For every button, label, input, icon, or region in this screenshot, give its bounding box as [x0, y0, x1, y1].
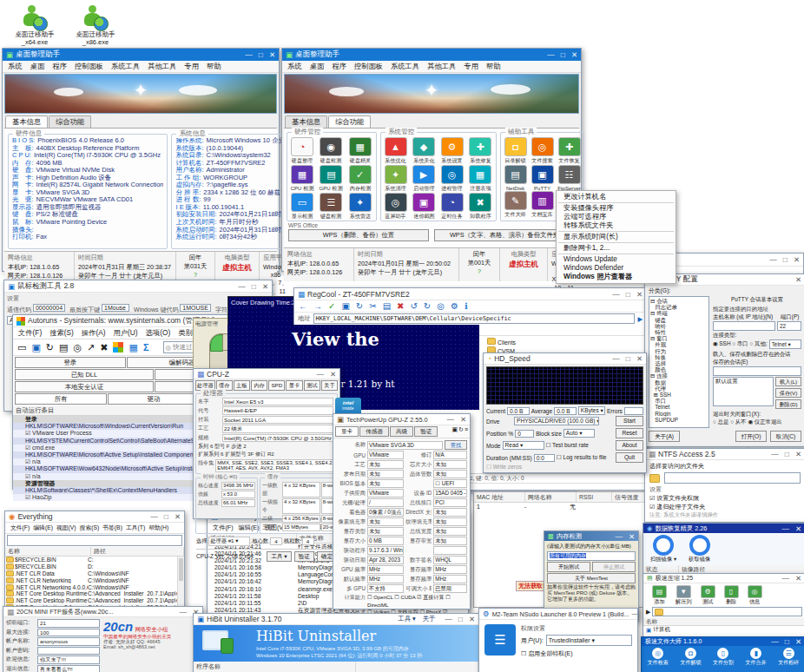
tool-tile[interactable]: ▣迷你截图 [411, 193, 438, 221]
tree-node[interactable]: 串口 [650, 398, 708, 404]
titlebar[interactable]: ▦ 内存检测 —✕ [544, 531, 638, 541]
wps-check-button[interactable]: WPS（删除、备份）位置 [288, 229, 429, 241]
zip-tool-button[interactable]: ▼ 解压到 [675, 585, 692, 606]
cpuz-tab[interactable]: 主板 [234, 380, 250, 391]
back-icon[interactable]: ← [299, 301, 307, 311]
refresh-icon[interactable]: ↻ [458, 426, 464, 437]
context-menu-item[interactable]: 云端可选程序 [557, 213, 675, 221]
computer-row[interactable]: ▣ 计算机 [643, 626, 804, 634]
close-button[interactable]: ✕ [794, 255, 800, 264]
titlebar[interactable]: ⚙ M2-Team NSudo Launcher 8.0 Preview 1 (… [479, 609, 637, 620]
tab-validate[interactable]: 验证 [414, 426, 438, 437]
minimize-button[interactable]: — [781, 574, 789, 583]
refresh-icon[interactable]: ↻ [46, 342, 54, 353]
tab-basic-info[interactable]: 基本信息 [285, 115, 327, 128]
menu-item[interactable]: 系统工具 [111, 62, 140, 71]
category-tab[interactable]: 登录 [15, 357, 126, 368]
refresh-icon[interactable]: ↻ [356, 301, 363, 311]
maximize-button[interactable]: □ [783, 255, 788, 264]
menu-item[interactable]: 搜索(S) [80, 524, 100, 532]
menu-item[interactable]: 其他工具 [148, 62, 176, 71]
close-button[interactable]: ✕ [636, 354, 643, 363]
privileges-checkbox[interactable]: ☐ 启用全部特权(E) [521, 649, 632, 658]
connection-type-radios[interactable]: ◉ SSH ○ 串口 ○ 其他: [713, 340, 768, 348]
menu-item[interactable]: 视图(V) [56, 524, 76, 532]
delete-icon[interactable]: ✖ [397, 301, 404, 311]
tool-tile[interactable]: ▲系统优化 [382, 137, 409, 165]
address-input[interactable]: HKEY_LOCAL_MACHINE\SOFTWARE\OEM\Cellular… [313, 313, 636, 324]
menu-item[interactable]: 控制面板 [354, 62, 383, 71]
menu-item[interactable]: 操作(A) [82, 328, 106, 338]
folder-icon[interactable] [649, 474, 660, 483]
position-input[interactable]: 0 [515, 430, 534, 438]
titlebar[interactable]: ▦ RegCool - ZT-450FFM7VSRE2 —□✕ [294, 288, 646, 300]
column-rssi[interactable]: RSSI [577, 492, 612, 502]
minimize-button[interactable]: — [771, 450, 779, 458]
tree-node[interactable]: 颜色 [650, 366, 708, 372]
tool-tile[interactable]: ▭显示检测 [288, 193, 316, 221]
menu-item[interactable]: 专用 [464, 62, 478, 71]
menu-item[interactable]: 桌面 [30, 62, 45, 71]
tool-tile[interactable]: ✚系统修复 [467, 137, 494, 165]
tree-node[interactable]: 代理 [650, 385, 708, 392]
column-program-name[interactable]: 程序名称 [194, 662, 356, 672]
context-menu-item[interactable] [558, 254, 674, 254]
stop-test-button[interactable]: 停止测试 [592, 562, 636, 572]
lookup-button[interactable]: 查找 [445, 440, 467, 450]
close-button[interactable]: ✕ [175, 512, 181, 521]
file-row[interactable]: .NET Core Desktop Runtime 3.1 x64 C:\Adv… [5, 590, 184, 597]
context-menu-item[interactable]: Windows 照片查看器 [557, 273, 675, 281]
close-button[interactable]: ✕ [795, 637, 801, 646]
tool-tile[interactable]: ⚙系统设置 [438, 137, 465, 165]
log-checkbox[interactable]: ☐ Log results to file [557, 454, 607, 461]
close-button[interactable]: ✕ [795, 450, 801, 458]
cpuz-tab[interactable]: 测试 [304, 380, 320, 391]
menu-item[interactable]: 桌面 [310, 62, 325, 71]
start-button[interactable]: Start [616, 416, 643, 426]
desktop-icon-x86[interactable]: 桌面迁移助手_x86.exe [73, 5, 118, 46]
menu-item[interactable]: 系统 [287, 62, 302, 71]
close-button[interactable]: ✕ [629, 532, 635, 541]
tree-node[interactable]: 特性 [650, 329, 708, 335]
cpuz-tab[interactable]: 内存 [251, 380, 267, 391]
minimize-button[interactable]: — [769, 255, 777, 264]
tool-tile[interactable]: ◉硬盘检测 [317, 137, 345, 165]
search-icon[interactable]: ◎ [73, 342, 82, 353]
menu-item[interactable]: 帮助(H) [148, 524, 168, 532]
folder-path-input[interactable] [664, 472, 801, 484]
cpuz-tab[interactable]: SPD [268, 380, 285, 391]
tool-tile[interactable]: ▶启动管理 [411, 165, 438, 193]
quit-button[interactable]: Quit [616, 452, 643, 463]
tool-tile[interactable]: ☷FtpServer [556, 165, 583, 191]
mode-select[interactable]: Read ▾ [503, 441, 544, 450]
titlebar[interactable]: ▣ 鼠标检测工具 2.8 —□✕ [4, 280, 272, 293]
redo-icon[interactable]: ↻ [424, 301, 431, 311]
tree-node[interactable]: ⊟ 窗口 [650, 335, 708, 341]
tab-advanced[interactable]: 高级 [390, 426, 413, 437]
tab-sensors[interactable]: 传感器 [359, 426, 389, 437]
tool-tile[interactable]: ✚文件恢复 [556, 137, 583, 165]
tool-tile[interactable]: ◘目录解锁 [502, 137, 529, 165]
context-menu-item[interactable] [558, 202, 674, 203]
minimize-button[interactable]: — [547, 50, 555, 59]
camera-icon[interactable]: ▣ [451, 426, 458, 437]
close-button[interactable]: ✕ [795, 524, 801, 533]
titlebar[interactable]: 极速文件大师 1.1.6.0 —□✕ [642, 637, 804, 646]
windows-logo-icon[interactable] [113, 342, 123, 352]
tree-node[interactable]: ⊞ SSH [650, 392, 708, 398]
about-button[interactable]: About [616, 440, 643, 451]
tab-functions[interactable]: 综合功能 [328, 115, 371, 128]
tree-node[interactable]: Rlogin [650, 411, 708, 417]
drive-select[interactable]: PHYSICALDRIVE0 (100.0 GB) ▾ [514, 417, 599, 425]
zip-tool-button[interactable]: ◎ 信息 [748, 585, 762, 606]
tree-node[interactable]: 响铃 [650, 323, 708, 329]
minimize-button[interactable]: — [445, 615, 452, 623]
reset-button[interactable]: Reset [616, 428, 643, 438]
titlebar[interactable]: ▣ TechPowerUp GPU-Z 2.55.0 —✕ [333, 414, 470, 425]
tool-tile[interactable]: ☰键盘检测 [317, 193, 345, 221]
context-menu-item[interactable]: Windows Defender [557, 264, 675, 273]
tool-tile[interactable]: ✦系统清理 [382, 165, 409, 193]
minimize-button[interactable]: — [631, 609, 637, 618]
column-mac[interactable]: MAC 地址 [474, 492, 525, 502]
column-signal[interactable]: 信号强度 [612, 492, 645, 502]
